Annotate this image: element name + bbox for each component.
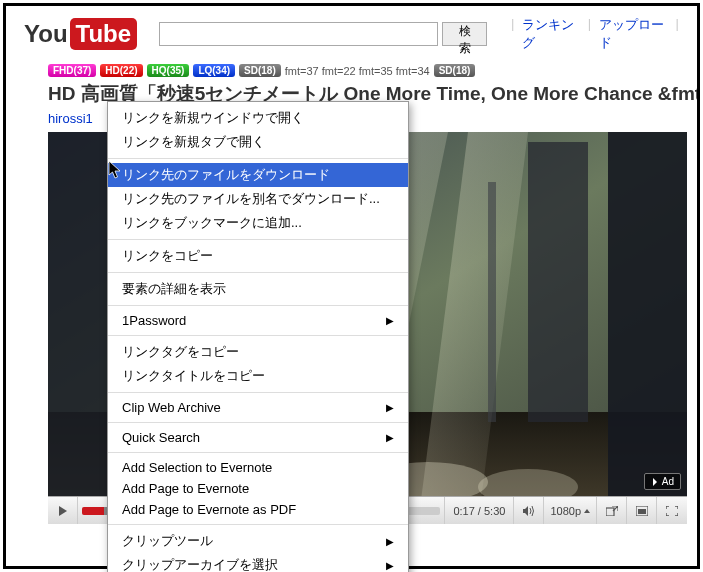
fmt-text: fmt=37 fmt=22 fmt=35 fmt=34 <box>285 65 430 77</box>
context-menu-item-label: リンクを新規タブで開く <box>122 133 265 151</box>
logo-tube-text: Tube <box>70 18 138 50</box>
format-badges: FHD(37) HD(22) HQ(35) LQ(34) SD(18) fmt=… <box>6 62 697 77</box>
context-menu-separator <box>108 452 408 453</box>
context-menu-item[interactable]: Add Page to Evernote as PDF <box>108 499 408 520</box>
context-menu-item-label: Clip Web Archive <box>122 400 221 415</box>
context-menu-item-label: リンクをブックマークに追加... <box>122 214 302 232</box>
context-menu-separator <box>108 422 408 423</box>
context-menu-item[interactable]: リンクを新規タブで開く <box>108 130 408 154</box>
volume-button[interactable] <box>514 497 544 524</box>
context-menu-item-label: Add Page to Evernote <box>122 481 249 496</box>
context-menu-item-label: リンク先のファイルをダウンロード <box>122 166 330 184</box>
context-menu-separator <box>108 335 408 336</box>
quality-selector[interactable]: 1080p <box>544 497 597 524</box>
quality-label: 1080p <box>550 505 581 517</box>
context-menu: リンクを新規ウインドウで開くリンクを新規タブで開くリンク先のファイルをダウンロー… <box>107 101 409 572</box>
context-menu-item-label: Add Selection to Evernote <box>122 460 272 475</box>
search-input[interactable] <box>159 22 438 46</box>
svg-rect-16 <box>638 509 646 514</box>
time-display: 0:17 / 5:30 <box>445 497 514 524</box>
badge-fhd[interactable]: FHD(37) <box>48 64 96 77</box>
size-icon <box>636 506 648 516</box>
context-menu-separator <box>108 272 408 273</box>
context-menu-item[interactable]: リンクをブックマークに追加... <box>108 211 408 235</box>
nav-ranking[interactable]: ランキング <box>522 16 579 52</box>
context-menu-separator <box>108 239 408 240</box>
badge-sd-2[interactable]: SD(18) <box>434 64 476 77</box>
context-menu-item-label: リンクをコピー <box>122 247 213 265</box>
context-menu-item[interactable]: リンクを新規ウインドウで開く <box>108 106 408 130</box>
submenu-arrow-icon: ▶ <box>386 536 394 547</box>
context-menu-item-label: クリップアーカイブを選択 <box>122 556 278 572</box>
svg-rect-13 <box>488 182 496 422</box>
nav-divider: | <box>588 16 591 52</box>
submenu-arrow-icon: ▶ <box>386 315 394 326</box>
fullscreen-button[interactable] <box>657 497 687 524</box>
badge-sd[interactable]: SD(18) <box>239 64 281 77</box>
context-menu-item-label: Quick Search <box>122 430 200 445</box>
badge-hd[interactable]: HD(22) <box>100 64 142 77</box>
svg-rect-5 <box>528 142 588 422</box>
context-menu-item[interactable]: Add Selection to Evernote <box>108 457 408 478</box>
context-menu-item-label: リンクを新規ウインドウで開く <box>122 109 304 127</box>
popout-icon <box>606 506 618 516</box>
volume-icon <box>522 505 536 517</box>
context-menu-item-label: Add Page to Evernote as PDF <box>122 502 296 517</box>
chevron-up-icon <box>584 509 590 513</box>
submenu-arrow-icon: ▶ <box>386 560 394 571</box>
context-menu-item[interactable]: リンクタイトルをコピー <box>108 364 408 388</box>
nav-upload[interactable]: アップロード <box>599 16 668 52</box>
badge-hq[interactable]: HQ(35) <box>147 64 190 77</box>
context-menu-item[interactable]: クリップツール▶ <box>108 529 408 553</box>
badge-lq[interactable]: LQ(34) <box>193 64 235 77</box>
submenu-arrow-icon: ▶ <box>386 402 394 413</box>
context-menu-item[interactable]: 1Password▶ <box>108 310 408 331</box>
uploader-link[interactable]: hirossi1 <box>48 111 93 126</box>
play-icon <box>57 505 69 517</box>
svg-rect-14 <box>606 508 614 516</box>
context-menu-item-label: 1Password <box>122 313 186 328</box>
context-menu-item-label: リンクタグをコピー <box>122 343 239 361</box>
context-menu-item[interactable]: リンク先のファイルを別名でダウンロード... <box>108 187 408 211</box>
logo-you-text: You <box>24 20 68 48</box>
context-menu-item[interactable]: リンクタグをコピー <box>108 340 408 364</box>
context-menu-item[interactable]: Quick Search▶ <box>108 427 408 448</box>
context-menu-item-label: クリップツール <box>122 532 213 550</box>
size-button[interactable] <box>627 497 657 524</box>
context-menu-separator <box>108 392 408 393</box>
fullscreen-icon <box>666 506 678 516</box>
search-button[interactable]: 検索 <box>442 22 487 46</box>
play-button[interactable] <box>48 497 78 524</box>
context-menu-item[interactable]: リンクをコピー <box>108 244 408 268</box>
context-menu-separator <box>108 158 408 159</box>
context-menu-item[interactable]: リンク先のファイルをダウンロード <box>108 163 408 187</box>
context-menu-item-label: リンク先のファイルを別名でダウンロード... <box>122 190 380 208</box>
context-menu-item-label: リンクタイトルをコピー <box>122 367 265 385</box>
context-menu-item[interactable]: 要素の詳細を表示 <box>108 277 408 301</box>
context-menu-item-label: 要素の詳細を表示 <box>122 280 226 298</box>
ad-badge[interactable]: Ad <box>644 473 681 490</box>
ad-label: Ad <box>662 476 674 487</box>
context-menu-item[interactable]: Add Page to Evernote <box>108 478 408 499</box>
context-menu-item[interactable]: クリップアーカイブを選択▶ <box>108 553 408 572</box>
popout-button[interactable] <box>597 497 627 524</box>
context-menu-separator <box>108 305 408 306</box>
context-menu-separator <box>108 524 408 525</box>
ad-arrow-icon <box>651 478 659 486</box>
context-menu-item[interactable]: Clip Web Archive▶ <box>108 397 408 418</box>
nav-divider: | <box>511 16 514 52</box>
youtube-logo[interactable]: You Tube <box>24 18 137 50</box>
nav-divider: | <box>676 16 679 52</box>
svg-rect-4 <box>608 132 687 524</box>
submenu-arrow-icon: ▶ <box>386 432 394 443</box>
